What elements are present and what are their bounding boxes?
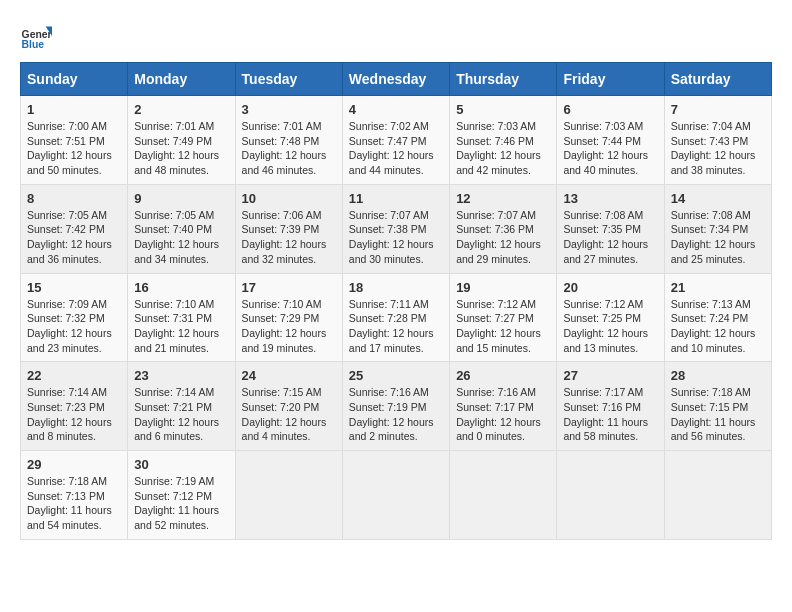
calendar-cell [557,451,664,540]
col-header-thursday: Thursday [450,63,557,96]
col-header-tuesday: Tuesday [235,63,342,96]
day-number: 28 [671,368,765,383]
day-number: 20 [563,280,657,295]
calendar-cell: 11 Sunrise: 7:07 AMSunset: 7:38 PMDaylig… [342,184,449,273]
calendar-cell: 25 Sunrise: 7:16 AMSunset: 7:19 PMDaylig… [342,362,449,451]
day-number: 10 [242,191,336,206]
day-info: Sunrise: 7:19 AMSunset: 7:12 PMDaylight:… [134,474,228,533]
day-info: Sunrise: 7:18 AMSunset: 7:15 PMDaylight:… [671,385,765,444]
day-number: 13 [563,191,657,206]
day-info: Sunrise: 7:03 AMSunset: 7:46 PMDaylight:… [456,119,550,178]
calendar-cell [664,451,771,540]
day-info: Sunrise: 7:09 AMSunset: 7:32 PMDaylight:… [27,297,121,356]
calendar-cell: 14 Sunrise: 7:08 AMSunset: 7:34 PMDaylig… [664,184,771,273]
day-info: Sunrise: 7:16 AMSunset: 7:19 PMDaylight:… [349,385,443,444]
calendar-cell: 30 Sunrise: 7:19 AMSunset: 7:12 PMDaylig… [128,451,235,540]
col-header-friday: Friday [557,63,664,96]
calendar-cell: 15 Sunrise: 7:09 AMSunset: 7:32 PMDaylig… [21,273,128,362]
day-info: Sunrise: 7:15 AMSunset: 7:20 PMDaylight:… [242,385,336,444]
calendar-cell: 27 Sunrise: 7:17 AMSunset: 7:16 PMDaylig… [557,362,664,451]
day-number: 23 [134,368,228,383]
calendar-cell: 3 Sunrise: 7:01 AMSunset: 7:48 PMDayligh… [235,96,342,185]
calendar-cell: 4 Sunrise: 7:02 AMSunset: 7:47 PMDayligh… [342,96,449,185]
day-number: 22 [27,368,121,383]
day-number: 17 [242,280,336,295]
day-number: 15 [27,280,121,295]
day-info: Sunrise: 7:07 AMSunset: 7:36 PMDaylight:… [456,208,550,267]
day-info: Sunrise: 7:13 AMSunset: 7:24 PMDaylight:… [671,297,765,356]
svg-text:Blue: Blue [22,39,45,50]
day-number: 21 [671,280,765,295]
logo: General Blue [20,20,52,52]
calendar-cell: 28 Sunrise: 7:18 AMSunset: 7:15 PMDaylig… [664,362,771,451]
calendar-cell: 21 Sunrise: 7:13 AMSunset: 7:24 PMDaylig… [664,273,771,362]
day-info: Sunrise: 7:03 AMSunset: 7:44 PMDaylight:… [563,119,657,178]
day-info: Sunrise: 7:14 AMSunset: 7:23 PMDaylight:… [27,385,121,444]
day-info: Sunrise: 7:05 AMSunset: 7:40 PMDaylight:… [134,208,228,267]
day-info: Sunrise: 7:08 AMSunset: 7:35 PMDaylight:… [563,208,657,267]
svg-text:General: General [22,29,52,40]
day-info: Sunrise: 7:14 AMSunset: 7:21 PMDaylight:… [134,385,228,444]
day-info: Sunrise: 7:01 AMSunset: 7:48 PMDaylight:… [242,119,336,178]
day-number: 8 [27,191,121,206]
calendar-week-5: 29 Sunrise: 7:18 AMSunset: 7:13 PMDaylig… [21,451,772,540]
calendar-cell [450,451,557,540]
calendar-cell: 2 Sunrise: 7:01 AMSunset: 7:49 PMDayligh… [128,96,235,185]
calendar-cell: 16 Sunrise: 7:10 AMSunset: 7:31 PMDaylig… [128,273,235,362]
calendar-cell [342,451,449,540]
day-info: Sunrise: 7:16 AMSunset: 7:17 PMDaylight:… [456,385,550,444]
day-number: 6 [563,102,657,117]
day-number: 19 [456,280,550,295]
calendar-cell: 24 Sunrise: 7:15 AMSunset: 7:20 PMDaylig… [235,362,342,451]
day-number: 2 [134,102,228,117]
calendar-week-2: 8 Sunrise: 7:05 AMSunset: 7:42 PMDayligh… [21,184,772,273]
calendar-cell: 10 Sunrise: 7:06 AMSunset: 7:39 PMDaylig… [235,184,342,273]
day-number: 16 [134,280,228,295]
col-header-monday: Monday [128,63,235,96]
day-info: Sunrise: 7:06 AMSunset: 7:39 PMDaylight:… [242,208,336,267]
calendar-cell: 1 Sunrise: 7:00 AMSunset: 7:51 PMDayligh… [21,96,128,185]
day-number: 29 [27,457,121,472]
day-number: 27 [563,368,657,383]
day-number: 7 [671,102,765,117]
day-info: Sunrise: 7:02 AMSunset: 7:47 PMDaylight:… [349,119,443,178]
day-info: Sunrise: 7:11 AMSunset: 7:28 PMDaylight:… [349,297,443,356]
day-info: Sunrise: 7:05 AMSunset: 7:42 PMDaylight:… [27,208,121,267]
calendar-cell: 29 Sunrise: 7:18 AMSunset: 7:13 PMDaylig… [21,451,128,540]
day-number: 11 [349,191,443,206]
day-number: 3 [242,102,336,117]
calendar-table: SundayMondayTuesdayWednesdayThursdayFrid… [20,62,772,540]
calendar-cell: 8 Sunrise: 7:05 AMSunset: 7:42 PMDayligh… [21,184,128,273]
day-info: Sunrise: 7:17 AMSunset: 7:16 PMDaylight:… [563,385,657,444]
day-number: 4 [349,102,443,117]
calendar-cell: 9 Sunrise: 7:05 AMSunset: 7:40 PMDayligh… [128,184,235,273]
calendar-cell: 26 Sunrise: 7:16 AMSunset: 7:17 PMDaylig… [450,362,557,451]
calendar-cell: 23 Sunrise: 7:14 AMSunset: 7:21 PMDaylig… [128,362,235,451]
day-number: 30 [134,457,228,472]
calendar-cell: 13 Sunrise: 7:08 AMSunset: 7:35 PMDaylig… [557,184,664,273]
col-header-saturday: Saturday [664,63,771,96]
logo-icon: General Blue [20,20,52,52]
day-info: Sunrise: 7:10 AMSunset: 7:29 PMDaylight:… [242,297,336,356]
day-number: 25 [349,368,443,383]
day-info: Sunrise: 7:08 AMSunset: 7:34 PMDaylight:… [671,208,765,267]
day-info: Sunrise: 7:04 AMSunset: 7:43 PMDaylight:… [671,119,765,178]
day-number: 24 [242,368,336,383]
calendar-cell: 22 Sunrise: 7:14 AMSunset: 7:23 PMDaylig… [21,362,128,451]
calendar-cell [235,451,342,540]
calendar-cell: 5 Sunrise: 7:03 AMSunset: 7:46 PMDayligh… [450,96,557,185]
calendar-cell: 12 Sunrise: 7:07 AMSunset: 7:36 PMDaylig… [450,184,557,273]
calendar-week-3: 15 Sunrise: 7:09 AMSunset: 7:32 PMDaylig… [21,273,772,362]
day-info: Sunrise: 7:12 AMSunset: 7:25 PMDaylight:… [563,297,657,356]
calendar-cell: 6 Sunrise: 7:03 AMSunset: 7:44 PMDayligh… [557,96,664,185]
calendar-week-1: 1 Sunrise: 7:00 AMSunset: 7:51 PMDayligh… [21,96,772,185]
col-header-wednesday: Wednesday [342,63,449,96]
day-info: Sunrise: 7:10 AMSunset: 7:31 PMDaylight:… [134,297,228,356]
calendar-cell: 20 Sunrise: 7:12 AMSunset: 7:25 PMDaylig… [557,273,664,362]
day-info: Sunrise: 7:07 AMSunset: 7:38 PMDaylight:… [349,208,443,267]
day-number: 14 [671,191,765,206]
day-number: 26 [456,368,550,383]
day-info: Sunrise: 7:01 AMSunset: 7:49 PMDaylight:… [134,119,228,178]
calendar-week-4: 22 Sunrise: 7:14 AMSunset: 7:23 PMDaylig… [21,362,772,451]
calendar-cell: 18 Sunrise: 7:11 AMSunset: 7:28 PMDaylig… [342,273,449,362]
